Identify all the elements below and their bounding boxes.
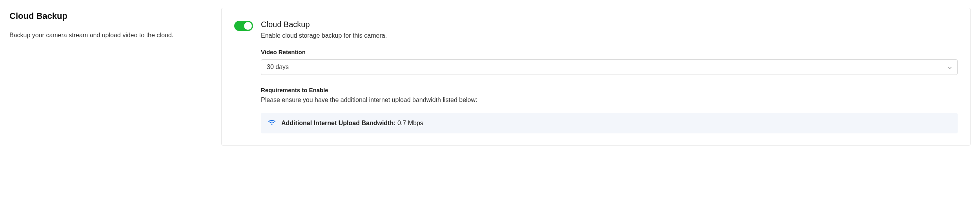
video-retention-value: 30 days (267, 64, 289, 71)
video-retention-select-wrap: 30 days (261, 59, 958, 75)
bandwidth-text: Additional Internet Upload Bandwidth: 0.… (281, 120, 423, 127)
wifi-icon (268, 119, 276, 127)
cloud-backup-toggle-row: Cloud Backup Enable cloud storage backup… (234, 20, 958, 133)
section-description: Backup your camera stream and upload vid… (9, 31, 206, 40)
bandwidth-label: Additional Internet Upload Bandwidth: (281, 120, 396, 126)
cloud-backup-toggle[interactable] (234, 21, 253, 31)
toggle-description: Enable cloud storage backup for this cam… (261, 32, 958, 39)
settings-layout: Cloud Backup Backup your camera stream a… (9, 8, 971, 146)
video-retention-label: Video Retention (261, 49, 958, 55)
requirements-description: Please ensure you have the additional in… (261, 97, 958, 104)
toggle-title: Cloud Backup (261, 20, 958, 29)
toggle-content: Cloud Backup Enable cloud storage backup… (261, 20, 958, 133)
settings-card: Cloud Backup Enable cloud storage backup… (221, 8, 971, 146)
bandwidth-info-box: Additional Internet Upload Bandwidth: 0.… (261, 113, 958, 133)
chevron-down-icon (948, 64, 952, 71)
section-title: Cloud Backup (9, 11, 206, 21)
bandwidth-value: 0.7 Mbps (397, 120, 423, 126)
requirements-title: Requirements to Enable (261, 87, 958, 93)
section-header-column: Cloud Backup Backup your camera stream a… (9, 8, 206, 40)
video-retention-select[interactable]: 30 days (261, 59, 958, 75)
toggle-knob (244, 22, 252, 30)
svg-point-0 (271, 124, 272, 125)
